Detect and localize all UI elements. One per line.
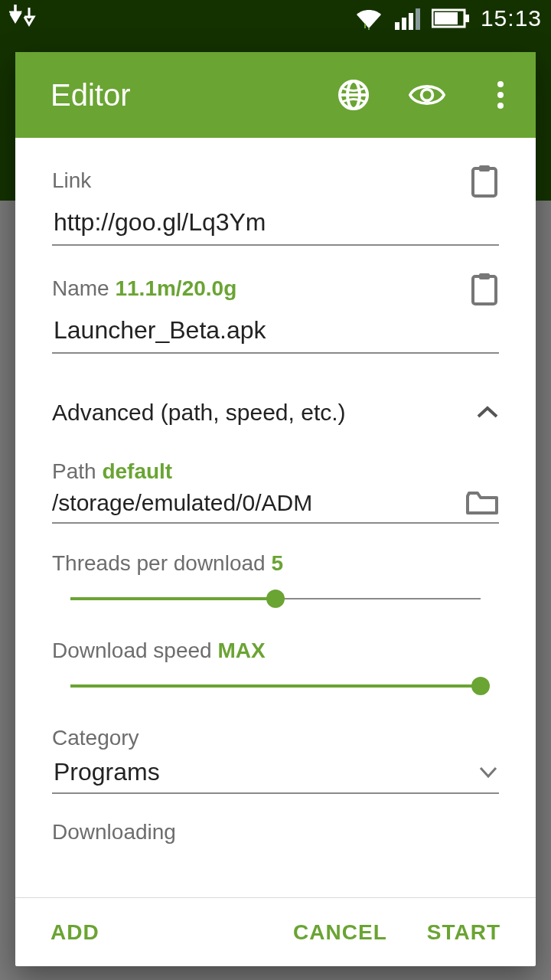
downloading-label: Downloading xyxy=(52,820,176,844)
svg-point-12 xyxy=(497,92,504,98)
add-button[interactable]: ADD xyxy=(51,920,99,945)
category-label: Category xyxy=(52,726,139,750)
clipboard-icon[interactable] xyxy=(470,272,499,305)
svg-point-11 xyxy=(497,81,504,87)
dialog-footer: ADD CANCEL START xyxy=(15,897,536,966)
cancel-button[interactable]: CANCEL xyxy=(293,920,387,945)
link-label: Link xyxy=(52,168,91,193)
eye-icon[interactable] xyxy=(409,77,445,113)
folder-icon[interactable] xyxy=(465,490,499,516)
dropdown-icon xyxy=(479,766,497,779)
path-label: Path default xyxy=(52,459,172,483)
category-value: Programs xyxy=(54,758,160,786)
advanced-toggle[interactable]: Advanced (path, speed, etc.) xyxy=(52,354,499,426)
svg-rect-3 xyxy=(416,8,420,30)
name-size: 11.1m/20.0g xyxy=(115,276,236,300)
link-input[interactable] xyxy=(52,198,499,246)
svg-rect-14 xyxy=(473,168,496,196)
advanced-title: Advanced (path, speed, etc.) xyxy=(52,400,346,426)
speed-slider[interactable] xyxy=(70,677,481,695)
svg-rect-17 xyxy=(479,273,490,279)
name-input[interactable] xyxy=(52,305,499,354)
svg-rect-2 xyxy=(409,13,413,30)
threads-slider[interactable] xyxy=(70,590,481,608)
signal-icon xyxy=(395,7,421,30)
dialog-header: Editor xyxy=(15,52,536,138)
status-bar: 15:13 xyxy=(0,0,551,37)
dialog-title: Editor xyxy=(51,78,131,113)
svg-rect-0 xyxy=(395,22,399,30)
download-arrows-icon xyxy=(9,3,43,34)
threads-value: 5 xyxy=(271,551,283,575)
svg-rect-5 xyxy=(465,15,469,22)
wifi-icon xyxy=(354,5,384,31)
svg-rect-16 xyxy=(473,276,496,304)
category-select[interactable]: Programs xyxy=(52,755,499,794)
svg-rect-15 xyxy=(479,165,490,172)
threads-label: Threads per download 5 xyxy=(52,551,283,575)
start-button[interactable]: START xyxy=(427,920,500,945)
more-vert-icon[interactable] xyxy=(482,77,519,113)
dialog-body: Link Name 11.1m/20.0g xyxy=(15,138,536,897)
svg-rect-1 xyxy=(402,18,406,30)
speed-label: Download speed MAX xyxy=(52,639,266,662)
name-label: Name 11.1m/20.0g xyxy=(52,276,236,301)
path-badge: default xyxy=(102,459,172,483)
svg-point-13 xyxy=(497,103,504,109)
svg-point-10 xyxy=(422,90,433,101)
svg-rect-6 xyxy=(435,12,458,24)
path-value[interactable]: /storage/emulated/0/ADM xyxy=(52,490,312,516)
chevron-up-icon xyxy=(476,405,499,420)
editor-dialog: Editor xyxy=(15,52,536,966)
globe-icon[interactable] xyxy=(335,77,372,113)
clipboard-icon[interactable] xyxy=(470,164,499,198)
speed-value: MAX xyxy=(217,639,265,662)
battery-icon xyxy=(432,8,470,29)
status-time: 15:13 xyxy=(481,5,542,31)
